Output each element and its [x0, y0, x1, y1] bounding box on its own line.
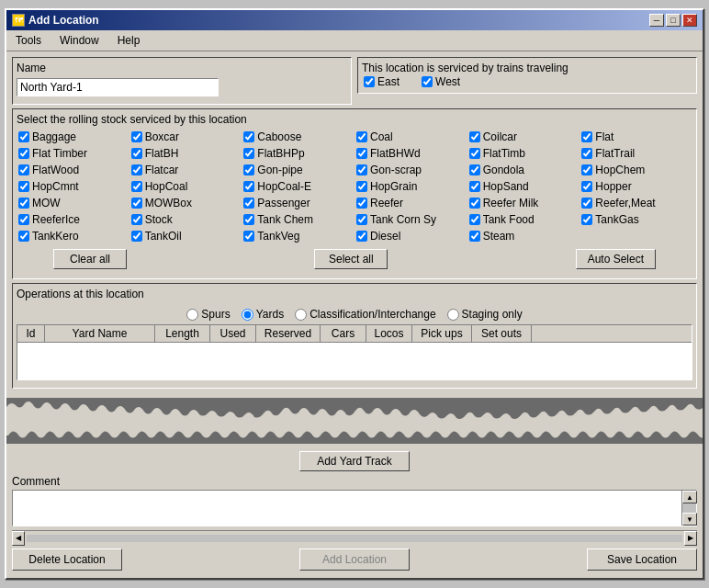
auto-select-button[interactable]: Auto Select: [576, 249, 656, 269]
hopper-item: Hopper: [580, 179, 692, 194]
select-all-button[interactable]: Select all: [314, 249, 388, 269]
clear-all-button[interactable]: Clear all: [53, 249, 127, 269]
classification-label: Classification/Interchange: [309, 308, 435, 321]
flattrail-item: FlatTrail: [580, 146, 692, 161]
flattrail-cb[interactable]: [581, 148, 592, 159]
scroll-left-button[interactable]: ◀: [12, 531, 25, 546]
coal-cb[interactable]: [356, 131, 367, 142]
classification-radio[interactable]: [295, 309, 307, 321]
gon-pipe-cb[interactable]: [243, 164, 254, 175]
tank-corn-cb[interactable]: [356, 214, 367, 225]
add-location-button[interactable]: Add Location: [299, 548, 410, 571]
flatcar-cb[interactable]: [131, 164, 142, 175]
maximize-button[interactable]: □: [666, 14, 681, 27]
comment-label: Comment: [12, 475, 697, 488]
menu-help[interactable]: Help: [112, 32, 146, 49]
window-icon: 🗺: [12, 14, 25, 27]
scroll-up-button[interactable]: ▲: [682, 491, 697, 503]
flatbhwd-cb[interactable]: [356, 148, 367, 159]
mow-item: MOW: [17, 196, 129, 210]
tankoil-cb[interactable]: [131, 231, 142, 242]
staging-radio[interactable]: [447, 309, 459, 321]
baggage-cb[interactable]: [18, 131, 29, 142]
trains-group: This location is serviced by trains trav…: [357, 57, 697, 105]
comment-scrollbar-v: ▲ ▼: [681, 491, 696, 526]
hopcmnt-cb[interactable]: [18, 181, 29, 192]
spurs-radio[interactable]: [186, 309, 198, 321]
flatbhpp-item: FlatBHPp: [242, 146, 354, 161]
flat-timber-cb[interactable]: [18, 148, 29, 159]
flat-cb[interactable]: [581, 131, 592, 142]
hopcoale-cb[interactable]: [243, 181, 254, 192]
caboose-cb[interactable]: [243, 131, 254, 142]
coilcar-item: Coilcar: [467, 130, 580, 144]
east-checkbox[interactable]: [364, 76, 375, 87]
passenger-cb[interactable]: [243, 198, 254, 209]
add-yard-track-button[interactable]: Add Yard Track: [299, 451, 410, 471]
name-input[interactable]: [17, 78, 219, 96]
operations-label: Operations at this location: [17, 288, 692, 300]
steam-item: Steam: [467, 229, 580, 243]
coilcar-cb[interactable]: [469, 131, 480, 142]
close-button[interactable]: ✕: [682, 14, 697, 27]
steam-cb[interactable]: [469, 231, 480, 242]
bottom-buttons: Delete Location Add Location Save Locati…: [12, 545, 697, 574]
th-length: Length: [155, 325, 210, 342]
tankgas-item: TankGas: [580, 212, 692, 227]
spurs-label: Spurs: [201, 308, 230, 321]
yard-table: Id Yard Name Length Used Reserved Cars L…: [17, 324, 692, 380]
gondola-cb[interactable]: [469, 164, 480, 175]
hopsand-cb[interactable]: [469, 181, 480, 192]
mowbox-cb[interactable]: [131, 198, 142, 209]
tankkero-cb[interactable]: [18, 231, 29, 242]
mow-cb[interactable]: [18, 198, 29, 209]
hopper-cb[interactable]: [581, 181, 592, 192]
tank-chem-cb[interactable]: [243, 214, 254, 225]
scroll-down-button[interactable]: ▼: [682, 513, 697, 526]
flatwood-cb[interactable]: [18, 164, 29, 175]
yards-item: Yards: [242, 308, 284, 321]
hopcoal-item: HopCoal: [129, 179, 242, 194]
tank-chem-item: Tank Chem: [242, 212, 354, 227]
hopcoal-cb[interactable]: [131, 181, 142, 192]
stock-cb[interactable]: [131, 214, 142, 225]
boxcar-cb[interactable]: [131, 131, 142, 142]
mowbox-item: MOWBox: [129, 196, 242, 210]
flatbh-cb[interactable]: [131, 148, 142, 159]
reefer-meat-cb[interactable]: [581, 198, 592, 209]
west-label: West: [435, 75, 460, 88]
tankveg-cb[interactable]: [243, 231, 254, 242]
hopgrain-cb[interactable]: [356, 181, 367, 192]
flatbhpp-cb[interactable]: [243, 148, 254, 159]
reeferice-cb[interactable]: [18, 214, 29, 225]
name-group: Name: [12, 57, 352, 105]
tank-food-cb[interactable]: [469, 214, 480, 225]
reefer-milk-cb[interactable]: [469, 198, 480, 209]
comment-textarea[interactable]: [13, 491, 681, 526]
west-checkbox[interactable]: [422, 76, 433, 87]
th-locos: Locos: [366, 325, 412, 342]
save-location-button[interactable]: Save Location: [587, 548, 697, 571]
menu-window[interactable]: Window: [54, 32, 105, 49]
hopsand-item: HopSand: [467, 179, 580, 194]
tankgas-cb[interactable]: [581, 214, 592, 225]
yards-radio[interactable]: [242, 309, 253, 321]
flattimb-cb[interactable]: [469, 148, 480, 159]
minimize-button[interactable]: ─: [649, 14, 664, 27]
coal-item: Coal: [354, 130, 467, 144]
delete-location-button[interactable]: Delete Location: [12, 548, 122, 571]
tankveg-item: TankVeg: [242, 229, 354, 243]
th-pickups: Pick ups: [412, 325, 472, 342]
torn-separator-bottom: [6, 421, 703, 444]
hopchem-cb[interactable]: [581, 164, 592, 175]
diesel-cb[interactable]: [356, 231, 367, 242]
reefer-cb[interactable]: [356, 198, 367, 209]
bottom-section: Add Yard Track Comment ▲ ▼ ◀ ▶ Delete: [6, 444, 703, 578]
gon-scrap-cb[interactable]: [356, 164, 367, 175]
th-reserved: Reserved: [256, 325, 321, 342]
scroll-right-button[interactable]: ▶: [684, 531, 697, 546]
hopcmnt-item: HopCmnt: [17, 179, 129, 194]
menu-tools[interactable]: Tools: [10, 32, 47, 49]
gon-pipe-item: Gon-pipe: [242, 163, 354, 177]
flat-item: Flat: [580, 130, 692, 144]
